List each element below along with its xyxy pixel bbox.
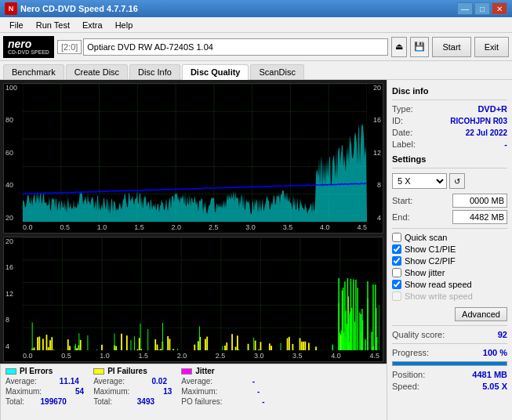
speed-value: 5.05 X <box>482 382 507 391</box>
top-y-right-label-4: 4 <box>377 214 381 222</box>
show-write-speed-checkbox <box>392 291 401 301</box>
quick-scan-checkbox[interactable] <box>392 233 401 242</box>
top-x-label-7: 3.5 <box>283 223 293 231</box>
pif-avg-value: 0.02 <box>128 377 167 386</box>
pif-max-value: 13 <box>133 387 172 396</box>
top-y-left-label-2: 60 <box>5 149 13 157</box>
bot-y-left-label-4: 4 <box>5 342 9 350</box>
pif-avg-label: Average: <box>93 377 125 386</box>
bot-x-label-0: 0.0 <box>23 352 33 360</box>
bot-x-label-1: 0.5 <box>61 352 71 360</box>
top-y-left-label-4: 20 <box>5 214 13 222</box>
pie-total-label: Total: <box>5 397 24 406</box>
start-mb-label: Start: <box>392 196 412 205</box>
pif-label: PI Failures <box>107 367 147 375</box>
bot-y-left-label-0: 20 <box>5 237 13 245</box>
show-c2pif-checkbox[interactable] <box>392 256 401 266</box>
show-c1pie-checkbox[interactable] <box>392 244 401 254</box>
bot-y-left-label-2: 12 <box>5 290 13 298</box>
start-button[interactable]: Start <box>432 37 470 57</box>
disc-label-value: - <box>504 139 507 149</box>
start-mb-input[interactable] <box>452 194 507 208</box>
top-x-label-9: 4.5 <box>357 223 367 231</box>
refresh-button[interactable]: ↺ <box>449 173 465 189</box>
show-c1pie-label: Show C1/PIE <box>405 244 456 254</box>
pie-avg-label: Average: <box>5 377 37 386</box>
show-write-speed-label: Show write speed <box>405 291 473 301</box>
drive-selector-area: [2:0] Optiarc DVD RW AD-7240S 1.04 <box>57 38 389 56</box>
top-x-label-4: 2.0 <box>172 223 182 231</box>
top-y-left-label-0: 100 <box>5 84 17 92</box>
date-value: 22 Jul 2022 <box>466 129 507 137</box>
progress-value: 100 % <box>483 348 507 357</box>
top-y-left-label-3: 40 <box>5 181 13 189</box>
top-x-label-2: 1.0 <box>97 223 107 231</box>
pie-color-swatch <box>5 368 16 375</box>
top-x-label-8: 4.0 <box>320 223 330 231</box>
close-button[interactable]: ✕ <box>492 2 507 15</box>
tab-create-disc[interactable]: Create Disc <box>66 64 128 79</box>
menu-run-test[interactable]: Run Test <box>30 19 76 31</box>
title-text: Nero CD-DVD Speed 4.7.7.16 <box>20 4 138 13</box>
quality-score-value: 92 <box>498 330 507 339</box>
pie-max-value: 54 <box>45 387 84 396</box>
tab-benchmark[interactable]: Benchmark <box>3 64 64 79</box>
top-x-label-5: 2.5 <box>209 223 219 231</box>
jitter-avg-label: Average: <box>181 377 212 386</box>
pif-total-label: Total: <box>93 397 112 406</box>
tab-bar: Benchmark Create Disc Disc Info Disc Qua… <box>0 61 512 80</box>
maximize-button[interactable]: □ <box>474 2 490 15</box>
top-y-right-label-3: 8 <box>377 181 381 189</box>
jitter-max-label: Maximum: <box>181 387 217 396</box>
progress-bar-fill <box>393 362 507 365</box>
tab-disc-info[interactable]: Disc Info <box>129 64 180 79</box>
exit-button[interactable]: Exit <box>474 37 509 57</box>
disc-info-title: Disc info <box>392 86 507 96</box>
pie-max-label: Maximum: <box>5 387 42 396</box>
show-read-speed-checkbox[interactable] <box>392 280 401 289</box>
quality-score-label: Quality score: <box>392 330 445 339</box>
minimize-button[interactable]: — <box>457 2 473 15</box>
bot-x-label-8: 4.0 <box>331 352 341 360</box>
eject-button[interactable]: ⏏ <box>391 37 407 57</box>
save-button[interactable]: 💾 <box>410 37 429 57</box>
date-label: Date: <box>392 128 412 137</box>
speed-label: Speed: <box>392 382 419 391</box>
bot-x-label-6: 3.0 <box>254 352 264 360</box>
end-mb-input[interactable] <box>452 210 507 224</box>
drive-dropdown[interactable]: Optiarc DVD RW AD-7240S 1.04 <box>83 38 388 56</box>
pif-total-value: 3493 <box>115 397 154 406</box>
end-mb-label: End: <box>392 212 410 222</box>
pie-chart <box>23 84 367 222</box>
show-jitter-checkbox[interactable] <box>392 268 401 277</box>
tab-scan-disc[interactable]: ScanDisc <box>250 64 303 79</box>
pie-avg-value: 11.14 <box>40 377 79 386</box>
bot-x-label-7: 3.5 <box>292 352 303 360</box>
bot-x-label-2: 1.0 <box>100 352 110 360</box>
position-value: 4481 MB <box>472 370 507 379</box>
top-y-right-label-2: 12 <box>373 149 381 157</box>
position-label: Position: <box>392 370 425 379</box>
progress-label: Progress: <box>392 348 429 357</box>
top-y-right-label-0: 20 <box>373 84 381 92</box>
settings-title: Settings <box>392 154 507 164</box>
jitter-color-swatch <box>181 368 192 375</box>
menu-extra[interactable]: Extra <box>76 19 109 31</box>
jitter-label: Jitter <box>195 367 214 375</box>
speed-select[interactable]: 5 X Maximum <box>392 173 447 189</box>
quick-scan-label: Quick scan <box>405 233 447 242</box>
jitter-po-label: PO failures: <box>181 397 222 406</box>
top-y-right-label-1: 16 <box>373 116 381 124</box>
pif-color-swatch <box>93 368 104 375</box>
menu-file[interactable]: File <box>3 19 30 31</box>
type-value: DVD+R <box>478 104 507 114</box>
menu-help[interactable]: Help <box>109 19 140 31</box>
id-value: RICOHJPN R03 <box>450 117 507 125</box>
advanced-button[interactable]: Advanced <box>455 307 507 321</box>
main-content: 20 16 12 8 4 100 80 60 40 20 0.0 0.5 1.0… <box>0 80 512 420</box>
toolbar: nero CD-DVD SPEED [2:0] Optiarc DVD RW A… <box>0 33 512 61</box>
drive-index-label: [2:0] <box>57 40 82 54</box>
pie-total-value: 199670 <box>27 397 67 406</box>
legend-pi-errors: PI Errors Average: 11.14 Maximum: 54 Tot… <box>5 367 84 418</box>
tab-disc-quality[interactable]: Disc Quality <box>182 64 249 80</box>
